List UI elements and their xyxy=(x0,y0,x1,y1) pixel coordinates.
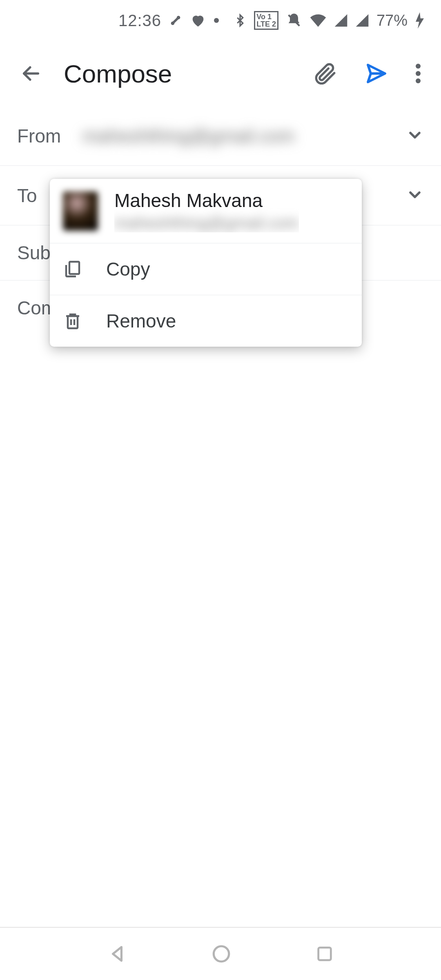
svg-rect-8 xyxy=(69,262,79,274)
attach-button[interactable] xyxy=(308,56,343,91)
nav-home-button[interactable] xyxy=(211,944,232,964)
avatar xyxy=(63,192,98,231)
app-bar: Compose xyxy=(0,41,441,106)
charging-icon xyxy=(415,12,425,29)
send-button[interactable] xyxy=(359,56,394,91)
to-expand-icon[interactable] xyxy=(398,186,424,205)
status-right-group: Vo 1LTE 2 77% xyxy=(234,11,425,30)
nav-back-button[interactable] xyxy=(107,944,127,964)
back-button[interactable] xyxy=(15,57,47,90)
clock: 12:36 xyxy=(118,11,161,30)
svg-rect-13 xyxy=(318,948,331,960)
wifi-icon xyxy=(310,13,327,27)
overflow-menu-button[interactable] xyxy=(410,58,426,89)
nearby-icon xyxy=(169,13,183,27)
popup-contact-row[interactable]: Mahesh Makvana maheshthing@gmail.com xyxy=(50,179,362,243)
trash-icon xyxy=(63,311,82,331)
signal2-icon xyxy=(355,13,369,27)
contact-name: Mahesh Makvana xyxy=(114,189,299,212)
remove-action[interactable]: Remove xyxy=(50,295,362,347)
svg-point-2 xyxy=(214,18,219,23)
from-field[interactable]: From maheshthing@gmail.com xyxy=(0,106,441,166)
svg-point-12 xyxy=(214,946,229,962)
contact-email: maheshthing@gmail.com xyxy=(114,214,299,232)
copy-action[interactable]: Copy xyxy=(50,243,362,295)
status-left-group: 12:36 xyxy=(118,11,219,30)
heart-icon xyxy=(190,12,206,29)
system-nav-bar xyxy=(0,927,441,980)
copy-label: Copy xyxy=(106,258,150,280)
from-expand-icon[interactable] xyxy=(398,126,424,146)
volte-icon: Vo 1LTE 2 xyxy=(254,11,278,30)
status-bar: 12:36 Vo 1LTE 2 77% xyxy=(0,0,441,41)
from-value: maheshthing@gmail.com xyxy=(82,125,398,147)
recipient-context-menu: Mahesh Makvana maheshthing@gmail.com Cop… xyxy=(50,179,362,347)
signal1-icon xyxy=(334,13,348,27)
nav-recent-button[interactable] xyxy=(315,944,334,963)
remove-label: Remove xyxy=(106,310,176,332)
dnd-icon xyxy=(286,12,302,29)
svg-point-7 xyxy=(416,78,421,83)
svg-point-6 xyxy=(416,71,421,76)
svg-point-5 xyxy=(416,64,421,69)
page-title: Compose xyxy=(64,59,292,88)
battery-percent: 77% xyxy=(376,12,408,29)
svg-point-1 xyxy=(177,16,180,20)
copy-icon xyxy=(63,259,82,279)
svg-rect-9 xyxy=(68,316,78,328)
svg-point-0 xyxy=(171,22,175,25)
bluetooth-icon xyxy=(234,12,247,29)
dot-icon xyxy=(214,18,219,23)
from-label: From xyxy=(17,125,82,147)
